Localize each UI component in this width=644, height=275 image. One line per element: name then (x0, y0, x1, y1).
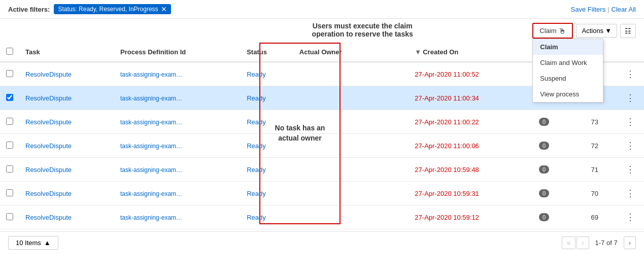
actions-label: Actions (582, 27, 603, 35)
row-checkbox-cell (0, 86, 19, 110)
dropdown-item-view-process[interactable]: View process (533, 86, 603, 102)
filter-tag-text: Status: Ready, Reserved, InProgress (58, 6, 158, 13)
row-actions-cell: ⋮ (617, 205, 644, 229)
tooltip-line1: Users must execute the claim (312, 22, 413, 30)
created-on-value: 27-Apr-2020 10:59:12 (415, 214, 479, 221)
status-value: Ready (247, 214, 266, 221)
actual-owner-cell (293, 86, 409, 110)
row-checkbox[interactable] (6, 142, 13, 149)
filter-tag-close-icon[interactable]: ✕ (161, 6, 167, 13)
created-on-cell: 27-Apr-2020 11:00:34 (409, 86, 533, 110)
table-row: ResolveDispute task-assigning-exam… Read… (0, 182, 644, 205)
row-checkbox-cell (0, 205, 19, 229)
task-column-header[interactable]: Task (19, 43, 114, 62)
actual-owner-column-header[interactable]: Actual Owner (293, 43, 409, 62)
process-id-cell: task-assigning-exam… (114, 182, 241, 205)
row-checkbox[interactable] (6, 189, 13, 196)
row-checkbox[interactable] (6, 70, 13, 77)
task-cell: ResolveDispute (19, 158, 114, 182)
row-checkbox-cell (0, 62, 19, 86)
created-on-value: 27-Apr-2020 11:00:52 (415, 71, 479, 78)
created-on-value: 27-Apr-2020 11:00:34 (415, 94, 479, 102)
row-checkbox[interactable] (6, 213, 13, 220)
actions-button[interactable]: Actions ▼ (576, 24, 617, 38)
actual-owner-cell (293, 134, 409, 158)
errors-cell: 0 (533, 134, 585, 158)
row-menu-button[interactable]: ⋮ (623, 139, 638, 152)
created-on-column-header[interactable]: ▼Created On (409, 43, 533, 62)
dropdown-item-claim[interactable]: Claim (533, 39, 603, 55)
claim-button[interactable]: Claim 🖱 (532, 23, 573, 39)
pagination: « ‹ 1-7 of 7 › (562, 236, 636, 249)
status-value: Ready (247, 94, 266, 102)
created-on-cell: 27-Apr-2020 10:59:31 (409, 182, 533, 205)
filter-bar-left: Active filters: Status: Ready, Reserved,… (8, 4, 171, 14)
row-checkbox[interactable] (6, 94, 13, 101)
row-menu-button[interactable]: ⋮ (623, 187, 638, 200)
error-badge: 0 (539, 142, 549, 150)
created-on-value: 27-Apr-2020 10:59:31 (415, 190, 479, 197)
row-actions-cell: ⋮ (617, 158, 644, 182)
row-actions-cell: ⋮ (617, 86, 644, 110)
dropdown-item-suspend[interactable]: Suspend (533, 71, 603, 86)
task-link[interactable]: ResolveDispute (25, 71, 72, 78)
select-all-header (0, 43, 19, 62)
dropdown-item-claim-and-work[interactable]: Claim and Work (533, 55, 603, 71)
task-link[interactable]: ResolveDispute (25, 190, 72, 197)
table-row: ResolveDispute task-assigning-exam… Read… (0, 158, 644, 182)
created-on-cell: 27-Apr-2020 10:59:48 (409, 158, 533, 182)
process-id-value: task-assigning-exam… (120, 214, 182, 221)
bottom-bar: 10 Items ▲ « ‹ 1-7 of 7 › (0, 231, 644, 254)
task-cell: ResolveDispute (19, 134, 114, 158)
actual-owner-cell (293, 205, 409, 229)
row-menu-button[interactable]: ⋮ (623, 67, 638, 81)
task-link[interactable]: ResolveDispute (25, 142, 72, 150)
id-value: 71 (591, 166, 598, 174)
items-per-page-button[interactable]: 10 Items ▲ (8, 236, 58, 250)
grid-view-button[interactable]: ☷ (620, 24, 636, 38)
pagination-info: 1-7 of 7 (590, 237, 623, 249)
filter-bar-right: Save Filters | Clear All (571, 6, 636, 13)
tooltip-banner: Users must execute the claim operation t… (312, 22, 413, 38)
id-cell: 73 (585, 110, 617, 134)
select-all-checkbox[interactable] (6, 48, 13, 55)
errors-cell: 0 (533, 110, 585, 134)
task-link[interactable]: ResolveDispute (25, 214, 72, 221)
row-menu-button[interactable]: ⋮ (623, 211, 638, 224)
filter-tag[interactable]: Status: Ready, Reserved, InProgress ✕ (54, 4, 171, 14)
row-menu-button[interactable]: ⋮ (623, 163, 638, 176)
clear-all-link[interactable]: Clear All (612, 6, 636, 13)
id-value: 69 (591, 214, 598, 221)
save-filters-link[interactable]: Save Filters (571, 6, 606, 13)
row-menu-button[interactable]: ⋮ (623, 91, 638, 105)
prev-page-button[interactable]: ‹ (577, 236, 589, 249)
claim-button-label: Claim (539, 27, 556, 35)
id-value: 70 (591, 190, 598, 197)
errors-cell: 0 (533, 205, 585, 229)
row-checkbox-cell (0, 134, 19, 158)
separator: | (607, 6, 609, 13)
status-cell: Ready (241, 86, 293, 110)
task-link[interactable]: ResolveDispute (25, 118, 72, 126)
process-def-column-header[interactable]: Process Definition Id (114, 43, 241, 62)
task-link[interactable]: ResolveDispute (25, 94, 72, 102)
task-link[interactable]: ResolveDispute (25, 166, 72, 174)
row-actions-cell: ⋮ (617, 110, 644, 134)
status-cell: Ready (241, 134, 293, 158)
items-selector: 10 Items ▲ (8, 236, 58, 250)
process-id-cell: task-assigning-exam… (114, 86, 241, 110)
first-page-button[interactable]: « (562, 236, 575, 249)
next-page-button[interactable]: › (624, 236, 636, 249)
row-checkbox[interactable] (6, 118, 13, 125)
status-column-header[interactable]: Status (241, 43, 293, 62)
row-checkbox[interactable] (6, 165, 13, 173)
id-cell: 69 (585, 205, 617, 229)
status-value: Ready (247, 166, 266, 174)
process-id-cell: task-assigning-exam… (114, 110, 241, 134)
status-cell: Ready (241, 158, 293, 182)
errors-cell: 0 (533, 182, 585, 205)
error-badge: 0 (539, 118, 549, 126)
process-id-value: task-assigning-exam… (120, 190, 182, 197)
row-menu-button[interactable]: ⋮ (623, 115, 638, 128)
error-badge: 0 (539, 165, 549, 174)
